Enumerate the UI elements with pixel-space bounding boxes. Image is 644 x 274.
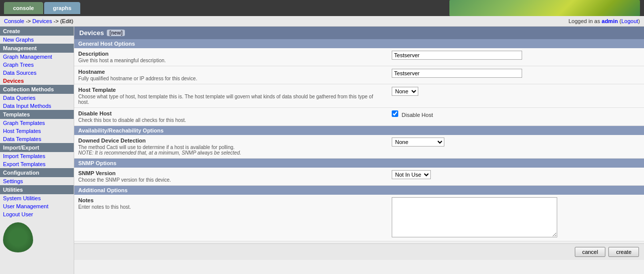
- downed-desc: The method Cacti will use to determine i…: [78, 145, 384, 150]
- sidebar-item-graph-templates[interactable]: Graph Templates: [0, 119, 74, 127]
- tab-console[interactable]: console: [4, 2, 43, 14]
- section-general-header: General Host Options: [74, 39, 644, 48]
- disable-host-desc: Check this box to disable all checks for…: [78, 117, 384, 123]
- sidebar-item-graph-trees[interactable]: Graph Trees: [0, 61, 74, 69]
- tab-graphs[interactable]: graphs: [44, 2, 81, 14]
- login-text: Logged in as: [568, 18, 600, 24]
- breadcrumb-arrow2: ->: [54, 18, 59, 24]
- sidebar-item-logout-user[interactable]: Logout User: [0, 210, 74, 218]
- disable-host-checkbox-text: Disable Host: [402, 112, 433, 118]
- sidebar: Create New Graphs Management Graph Manag…: [0, 27, 74, 274]
- sidebar-item-user-management[interactable]: User Management: [0, 202, 74, 210]
- host-template-desc: Choose what type of host, host template …: [78, 94, 384, 105]
- snmp-options-table: SNMP Version Choose the SNMP version for…: [74, 168, 644, 186]
- snmp-version-label-cell: SNMP Version Choose the SNMP version for…: [74, 168, 388, 186]
- notes-label: Notes: [78, 197, 384, 203]
- description-input[interactable]: [392, 51, 522, 60]
- notes-textarea[interactable]: [392, 197, 557, 237]
- breadcrumb-arrow1: ->: [26, 18, 31, 24]
- sidebar-section-utilities: Utilities: [0, 185, 74, 194]
- disable-host-label-cell: Disable Host Check this box to disable a…: [74, 108, 388, 126]
- host-template-label: Host Template: [78, 87, 384, 93]
- host-template-input-cell: None: [388, 84, 644, 108]
- page-title: Devices: [79, 29, 104, 37]
- disable-host-label: Disable Host: [78, 110, 384, 116]
- sidebar-item-host-templates[interactable]: Host Templates: [0, 127, 74, 135]
- sidebar-section-create: Create: [0, 27, 74, 36]
- hostname-label: Hostname: [78, 69, 384, 75]
- host-template-row: Host Template Choose what type of host, …: [74, 84, 644, 108]
- section-availability-header: Availability/Reachability Options: [74, 126, 644, 135]
- sidebar-item-data-input-methods[interactable]: Data Input Methods: [0, 102, 74, 110]
- hostname-desc: Fully qualified hostname or IP address f…: [78, 76, 384, 81]
- description-label-cell: Description Give this host a meaningful …: [74, 48, 388, 66]
- description-desc: Give this host a meaningful description.: [78, 58, 384, 63]
- cactus-icon: [3, 222, 33, 252]
- hostname-label-cell: Hostname Fully qualified hostname or IP …: [74, 66, 388, 84]
- downed-input-cell: None Ping SNMP Ping and SNMP: [388, 135, 644, 159]
- notes-desc: Enter notes to this host.: [78, 204, 384, 210]
- availability-options-table: Downed Device Detection The method Cacti…: [74, 135, 644, 159]
- login-user-link[interactable]: admin: [602, 18, 618, 24]
- snmp-version-select[interactable]: Not In Use Version 1 Version 2 Version 3: [392, 170, 431, 179]
- page-title-bar: Devices [new]: [74, 27, 644, 39]
- sidebar-section-templates: Templates: [0, 110, 74, 119]
- sidebar-item-settings[interactable]: Settings: [0, 177, 74, 185]
- additional-options-table: Notes Enter notes to this host.: [74, 195, 644, 241]
- section-snmp-header: SNMP Options: [74, 159, 644, 168]
- disable-host-input-cell: Disable Host: [388, 108, 644, 126]
- logout-link[interactable]: Logout: [621, 18, 638, 24]
- sidebar-section-collection: Collection Methods: [0, 85, 74, 94]
- description-label: Description: [78, 51, 384, 57]
- snmp-version-label: SNMP Version: [78, 170, 384, 176]
- breadcrumb-action: (Edit): [60, 18, 73, 24]
- hostname-row: Hostname Fully qualified hostname or IP …: [74, 66, 644, 84]
- snmp-version-row: SNMP Version Choose the SNMP version for…: [74, 168, 644, 186]
- sidebar-item-devices[interactable]: Devices: [0, 77, 74, 85]
- sidebar-item-new-graphs[interactable]: New Graphs: [0, 36, 74, 44]
- section-additional-header: Additional Options: [74, 186, 644, 195]
- notes-input-cell: [388, 195, 644, 241]
- breadcrumb-devices-link[interactable]: Devices: [33, 18, 52, 24]
- footer-bar: cancel create: [74, 243, 644, 260]
- downed-label: Downed Device Detection: [78, 138, 384, 144]
- sidebar-item-export-templates[interactable]: Export Templates: [0, 160, 74, 168]
- breadcrumb-bar: Console -> Devices -> (Edit) Logged in a…: [0, 16, 644, 27]
- content-area: Devices [new] General Host Options Descr…: [74, 27, 644, 274]
- app-header: console graphs: [0, 0, 644, 16]
- header-logo: [449, 0, 640, 16]
- downed-select[interactable]: None Ping SNMP Ping and SNMP: [392, 138, 444, 147]
- downed-row: Downed Device Detection The method Cacti…: [74, 135, 644, 159]
- breadcrumb: Console -> Devices -> (Edit): [4, 18, 73, 24]
- page-badge: [new]: [107, 30, 125, 36]
- sidebar-item-data-sources[interactable]: Data Sources: [0, 69, 74, 77]
- sidebar-logo-area: [0, 218, 74, 256]
- hostname-input-cell: [388, 66, 644, 84]
- host-template-label-cell: Host Template Choose what type of host, …: [74, 84, 388, 108]
- description-input-cell: [388, 48, 644, 66]
- sidebar-item-data-templates[interactable]: Data Templates: [0, 135, 74, 143]
- sidebar-item-system-utilities[interactable]: System Utilities: [0, 194, 74, 202]
- sidebar-section-management: Management: [0, 44, 74, 53]
- sidebar-section-configuration: Configuration: [0, 168, 74, 177]
- notes-label-cell: Notes Enter notes to this host.: [74, 195, 388, 241]
- notes-row: Notes Enter notes to this host.: [74, 195, 644, 241]
- description-row: Description Give this host a meaningful …: [74, 48, 644, 66]
- create-button[interactable]: create: [608, 247, 639, 257]
- main-layout: Create New Graphs Management Graph Manag…: [0, 27, 644, 274]
- sidebar-section-import-export: Import/Export: [0, 143, 74, 152]
- cancel-button[interactable]: cancel: [575, 247, 606, 257]
- login-info: Logged in as admin (Logout): [568, 18, 640, 24]
- downed-note: NOTE: It is recommended that, at a minim…: [78, 150, 384, 156]
- disable-host-checkbox[interactable]: [392, 110, 398, 117]
- breadcrumb-console-link[interactable]: Console: [4, 18, 24, 24]
- sidebar-item-import-templates[interactable]: Import Templates: [0, 152, 74, 160]
- host-template-select[interactable]: None: [392, 87, 418, 96]
- snmp-version-input-cell: Not In Use Version 1 Version 2 Version 3: [388, 168, 644, 186]
- downed-label-cell: Downed Device Detection The method Cacti…: [74, 135, 388, 159]
- snmp-version-desc: Choose the SNMP version for this device.: [78, 177, 384, 183]
- hostname-input[interactable]: [392, 69, 522, 78]
- sidebar-item-graph-management[interactable]: Graph Management: [0, 53, 74, 61]
- sidebar-item-data-queries[interactable]: Data Queries: [0, 94, 74, 102]
- disable-host-row: Disable Host Check this box to disable a…: [74, 108, 644, 126]
